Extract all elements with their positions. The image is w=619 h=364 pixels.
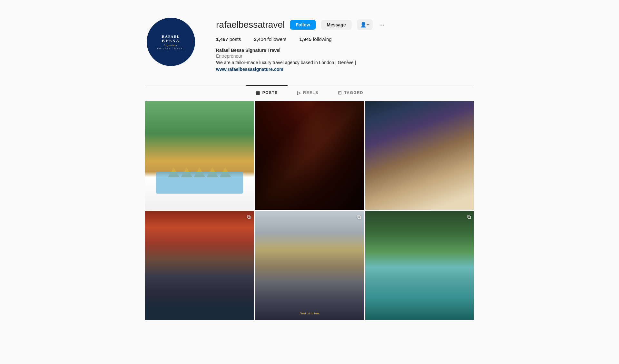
grid-post-4[interactable]: ⧉	[145, 211, 254, 320]
profile-top-row: rafaelbessatravel Follow Message 👤+ ···	[216, 19, 474, 30]
paris-bg	[255, 211, 364, 320]
tab-posts-label: POSTS	[262, 91, 278, 95]
stats-row: 1,467 posts 2,414 followers 1,945 follow…	[216, 36, 474, 42]
followers-count: 2,414	[254, 36, 266, 42]
bio-category: Entrepreneur	[216, 53, 474, 59]
bio-name: Rafael Bessa Signature Travel	[216, 48, 474, 53]
add-person-button[interactable]: 👤+	[357, 19, 373, 30]
avatar-private: Private Travel	[157, 47, 184, 50]
tagged-tab-icon: ⊡	[338, 90, 342, 95]
post-2-image	[255, 101, 364, 210]
following-stat[interactable]: 1,945 following	[299, 36, 331, 42]
add-person-icon: 👤+	[360, 22, 369, 28]
avatar-bessa: BESSA	[157, 38, 184, 43]
following-label: following	[313, 36, 331, 42]
grid-post-1[interactable]	[145, 101, 254, 210]
page-wrapper: RAFAEL BESSA Signature Private Travel ra…	[139, 0, 480, 320]
tab-reels[interactable]: ▷ REELS	[288, 85, 328, 100]
post-1-image	[145, 101, 254, 210]
reels-tab-icon: ▷	[297, 90, 301, 95]
posts-count: 1,467	[216, 36, 228, 42]
grid-post-6[interactable]: ⧉	[365, 211, 474, 320]
follow-button[interactable]: Follow	[290, 20, 316, 30]
multi-post-icon-6: ⧉	[467, 214, 471, 220]
avatar-rafael: RAFAEL	[157, 34, 184, 38]
pool2-bg	[365, 211, 474, 320]
profile-info: rafaelbessatravel Follow Message 👤+ ··· …	[216, 16, 474, 72]
multi-post-icon-5: ⧉	[357, 214, 361, 220]
tab-tagged[interactable]: ⊡ TAGGED	[328, 85, 373, 100]
avatar-signature: Signature	[157, 43, 184, 47]
post-6-image: ⧉	[365, 211, 474, 320]
multi-post-icon-4: ⧉	[247, 214, 251, 220]
tab-reels-label: REELS	[303, 91, 319, 95]
avatar-text: RAFAEL BESSA Signature Private Travel	[157, 34, 184, 50]
avatar-wrapper: RAFAEL BESSA Signature Private Travel	[145, 16, 197, 68]
following-count: 1,945	[299, 36, 311, 42]
post-5-image: ⧉ J'irai où tu iras.	[255, 211, 364, 320]
tabs-row: ▦ POSTS ▷ REELS ⊡ TAGGED	[145, 85, 474, 100]
bio-website[interactable]: www.rafaelbessasignature.com	[216, 67, 283, 72]
bio: Rafael Bessa Signature Travel Entreprene…	[216, 48, 474, 72]
posts-label: posts	[230, 36, 241, 42]
grid-post-2[interactable]	[255, 101, 364, 210]
tab-posts[interactable]: ▦ POSTS	[246, 85, 288, 100]
bio-description: We are a tailor-made luxury travel agenc…	[216, 60, 474, 65]
posts-tab-icon: ▦	[256, 90, 260, 95]
profile-header: RAFAEL BESSA Signature Private Travel ra…	[145, 10, 474, 85]
grid-post-3[interactable]	[365, 101, 474, 210]
more-icon: ···	[379, 21, 385, 28]
bedroom-bg	[365, 101, 474, 210]
interior-red-bg	[255, 101, 364, 210]
pool-water	[156, 172, 243, 193]
more-options-button[interactable]: ···	[378, 21, 386, 28]
tab-tagged-label: TAGGED	[344, 91, 363, 95]
followers-label: followers	[267, 36, 286, 42]
posts-grid: ⧉ ⧉ J'irai où tu iras. ⧉	[145, 101, 474, 320]
message-button[interactable]: Message	[321, 20, 352, 30]
paris-text-overlay: J'irai où tu iras.	[299, 311, 320, 315]
restaurant-bg	[145, 211, 254, 320]
avatar[interactable]: RAFAEL BESSA Signature Private Travel	[147, 18, 195, 66]
post-3-image	[365, 101, 474, 210]
grid-post-5[interactable]: ⧉ J'irai où tu iras.	[255, 211, 364, 320]
username: rafaelbessatravel	[216, 20, 285, 30]
posts-stat[interactable]: 1,467 posts	[216, 36, 241, 42]
post-4-image: ⧉	[145, 211, 254, 320]
followers-stat[interactable]: 2,414 followers	[254, 36, 287, 42]
